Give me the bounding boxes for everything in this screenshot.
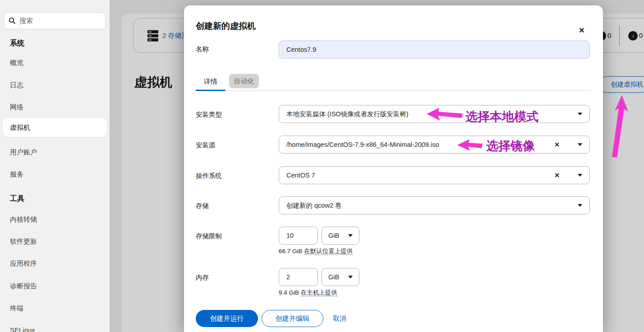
storage-label: 存储 xyxy=(196,202,209,210)
storage-limit-helper: 66.7 GiB 在默认位置上提供 xyxy=(279,247,353,255)
search-icon xyxy=(9,17,16,24)
storage-limit-input[interactable]: 10 xyxy=(279,227,318,245)
modal-title: 创建新的虚拟机 xyxy=(196,20,256,32)
installation-type-value: 本地安装媒体 (ISO镜像或者发行版安装树) xyxy=(286,110,573,118)
sidebar-item-services[interactable]: 服务 xyxy=(0,169,110,180)
search-placeholder: 搜索 xyxy=(19,17,33,25)
create-and-edit-button[interactable]: 创建并编辑 xyxy=(262,310,323,327)
caret-down-icon xyxy=(348,234,353,237)
sidebar-item-accounts[interactable]: 用户账户 xyxy=(0,147,110,158)
cancel-button[interactable]: 取消 xyxy=(333,310,360,327)
caret-down-icon xyxy=(348,276,353,278)
sidebar-item-terminal[interactable]: 终端 xyxy=(0,303,110,314)
operating-system-value: CentOS 7 xyxy=(286,172,554,179)
storage-location-link[interactable]: 在默认位置上提供 xyxy=(304,248,353,255)
sidebar-item-overview[interactable]: 概览 xyxy=(0,57,110,68)
installation-source-value: /home/images/CentOS-7.9-x86_64-Minimal-2… xyxy=(286,141,554,148)
installation-type-select[interactable]: 本地安装媒体 (ISO镜像或者发行版安装树) xyxy=(279,105,590,123)
sidebar-item-diagnostics[interactable]: 诊断报告 xyxy=(0,281,110,291)
cockpit-screen: 搜索 系统 概览 日志 网络 虚拟机 用户账户 服务 工具 内核转储 软件更新 … xyxy=(0,0,644,332)
sidebar-item-applications[interactable]: 应用程序 xyxy=(0,258,110,269)
name-value: Centos7.9 xyxy=(286,46,582,53)
caret-down-icon xyxy=(578,174,582,177)
sidebar-item-network[interactable]: 网络 xyxy=(0,102,110,113)
memory-label: 内存 xyxy=(196,273,209,282)
memory-helper: 9.4 GiB 在主机上提供 xyxy=(279,289,337,297)
operating-system-label: 操作系统 xyxy=(196,172,222,180)
active-tab-underline xyxy=(196,90,225,91)
storage-limit-value: 10 xyxy=(286,232,310,239)
name-label: 名称 xyxy=(196,45,209,53)
storage-select[interactable]: 创建新的 qcow2 卷 xyxy=(279,196,590,214)
sidebar-item-virtual-machines[interactable]: 虚拟机 xyxy=(3,118,107,137)
clear-icon[interactable]: ✕ xyxy=(554,141,560,148)
sidebar-header-tools: 工具 xyxy=(10,194,24,203)
sidebar-header-system: 系统 xyxy=(10,39,24,48)
name-field[interactable]: Centos7.9 xyxy=(279,41,590,59)
operating-system-field[interactable]: CentOS 7 ✕ xyxy=(279,166,590,184)
create-and-run-button[interactable]: 创建并运行 xyxy=(196,310,258,327)
storage-value: 创建新的 qcow2 卷 xyxy=(286,201,573,210)
clear-icon[interactable]: ✕ xyxy=(554,172,560,179)
tab-automation[interactable]: 自动化 xyxy=(229,74,259,88)
close-icon[interactable]: ✕ xyxy=(575,24,588,37)
storage-limit-unit: GiB xyxy=(328,232,339,239)
sidebar-item-logs[interactable]: 日志 xyxy=(0,80,110,91)
storage-limit-label: 存储限制 xyxy=(196,232,222,240)
installation-type-label: 安装类型 xyxy=(196,110,222,118)
memory-unit-select[interactable]: GiB xyxy=(322,268,359,286)
memory-input[interactable]: 2 xyxy=(279,268,318,286)
memory-host-link[interactable]: 在主机上提供 xyxy=(301,289,337,296)
tab-divider xyxy=(196,91,591,91)
memory-available-amount: 9.4 GiB xyxy=(279,289,301,296)
sidebar: 搜索 系统 概览 日志 网络 虚拟机 用户账户 服务 工具 内核转储 软件更新 … xyxy=(0,0,110,332)
caret-down-icon xyxy=(578,204,582,207)
installation-source-field[interactable]: /home/images/CentOS-7.9-x86_64-Minimal-2… xyxy=(279,136,590,154)
caret-down-icon xyxy=(578,143,582,146)
memory-value: 2 xyxy=(286,273,310,281)
sidebar-item-kdump[interactable]: 内核转储 xyxy=(0,214,110,225)
installation-source-label: 安装源 xyxy=(196,141,216,149)
tab-details[interactable]: 详情 xyxy=(196,77,225,86)
memory-unit: GiB xyxy=(328,273,339,281)
sidebar-item-updates[interactable]: 软件更新 xyxy=(0,236,110,247)
storage-limit-unit-select[interactable]: GiB xyxy=(322,227,359,245)
storage-available-amount: 66.7 GiB xyxy=(279,248,304,255)
search-input[interactable]: 搜索 xyxy=(4,12,106,29)
create-vm-modal: 创建新的虚拟机 ✕ 名称 Centos7.9 详情 自动化 安装类型 本地安装媒… xyxy=(184,5,603,332)
sidebar-item-selinux[interactable]: SELinux xyxy=(0,325,110,332)
caret-down-icon xyxy=(578,113,582,115)
